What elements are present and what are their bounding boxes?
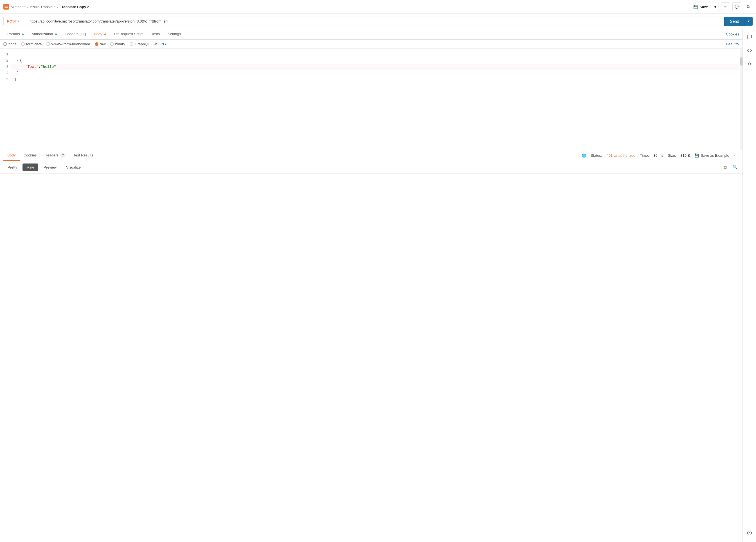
- search-response-button[interactable]: 🔍: [731, 163, 739, 171]
- save-label: Save: [699, 5, 708, 9]
- save-example-icon: 💾: [694, 153, 699, 157]
- globe-icon: 🌐: [582, 153, 586, 157]
- method-label: POST: [7, 19, 17, 23]
- line-numbers: 1 2 3 4 5: [0, 49, 11, 150]
- cookies-link[interactable]: Cookies: [726, 29, 739, 39]
- expand-icon[interactable]: ▾: [17, 58, 19, 64]
- top-bar: ≡≡ Microsoft / Azure Translate / Transla…: [0, 0, 756, 14]
- view-tab-visualize[interactable]: Visualize: [62, 163, 85, 171]
- breadcrumb-sep1: /: [27, 5, 28, 9]
- view-tab-raw[interactable]: Raw: [23, 163, 38, 171]
- svg-line-4: [751, 65, 751, 66]
- response-tabs-bar: Body Cookies Headers 7 Test Results: [0, 150, 743, 161]
- save-example-button[interactable]: 💾 Save as Example: [694, 153, 729, 157]
- response-tab-test-results[interactable]: Test Results: [69, 150, 97, 161]
- body-dot: [104, 33, 106, 35]
- status-code: 401 Unauthorized: [607, 153, 636, 157]
- raw-radio: [95, 42, 98, 46]
- response-section: Body Cookies Headers 7 Test Results: [0, 150, 743, 230]
- url-bar: POST ▾ Send ▾: [0, 14, 756, 29]
- scrollbar-thumb[interactable]: [740, 57, 743, 66]
- breadcrumb-collection[interactable]: Azure Translate: [30, 5, 55, 9]
- size-value: 316 B: [681, 153, 690, 157]
- method-chevron: ▾: [18, 20, 19, 23]
- response-tab-body[interactable]: Body: [3, 150, 20, 161]
- tab-authorization[interactable]: Authorization: [28, 29, 61, 39]
- code-content[interactable]: [ ▾ { "Text" : "hello" } ]: [11, 49, 743, 150]
- tab-prerequest[interactable]: Pre-request Script: [110, 29, 147, 39]
- scrollbar-track: [740, 49, 743, 150]
- json-label: JSON: [154, 42, 164, 46]
- urlencoded-radio: [46, 42, 50, 46]
- body-type-raw[interactable]: raw: [95, 42, 106, 46]
- svg-line-8: [751, 62, 751, 62]
- copy-response-button[interactable]: ⧉: [721, 163, 729, 171]
- save-example-label: Save as Example: [701, 153, 729, 157]
- body-type-urlencoded[interactable]: x-www-form-urlencoded: [46, 42, 90, 46]
- save-button[interactable]: 💾 Save: [689, 3, 712, 11]
- method-select[interactable]: POST ▾: [3, 17, 26, 26]
- none-radio: [3, 42, 7, 46]
- app-icon: ≡≡: [3, 4, 9, 10]
- right-sidebar: [743, 29, 756, 542]
- view-actions: ⧉ 🔍: [721, 163, 739, 171]
- code-line-3: "Text" : "hello": [11, 64, 743, 70]
- comment-icon-button[interactable]: 💬: [732, 2, 741, 11]
- sidebar-info-icon[interactable]: [745, 530, 754, 539]
- code-line-2: ▾ {: [11, 58, 743, 64]
- response-body-area: [0, 174, 743, 230]
- status-label: Status:: [591, 153, 602, 157]
- edit-icon-button[interactable]: ✏: [721, 2, 730, 11]
- binary-radio: [110, 42, 114, 46]
- auth-dot: [55, 33, 57, 35]
- body-type-none[interactable]: none: [3, 42, 17, 46]
- svg-point-0: [748, 63, 751, 65]
- response-tab-cookies[interactable]: Cookies: [20, 150, 41, 161]
- beautify-button[interactable]: Beautify: [726, 42, 739, 46]
- response-meta: 🌐 Status: 401 Unauthorized Time: 30 ms S…: [582, 153, 739, 158]
- code-line-4: }: [11, 70, 743, 76]
- tab-params[interactable]: Params: [3, 29, 28, 39]
- copy-icon-button[interactable]: ⧉: [744, 2, 753, 11]
- view-tab-pretty[interactable]: Pretty: [3, 163, 21, 171]
- breadcrumb-current: Translate Copy 2: [60, 5, 89, 9]
- body-type-graphql[interactable]: GraphQL: [130, 42, 150, 46]
- params-dot: [22, 33, 24, 35]
- breadcrumb-workspace[interactable]: Microsoft: [11, 5, 26, 9]
- top-actions: 💾 Save ▾ ✏ 💬 ⧉: [689, 2, 753, 11]
- tab-headers[interactable]: Headers (11): [61, 29, 90, 39]
- response-tab-headers[interactable]: Headers 7: [41, 150, 69, 161]
- send-button[interactable]: Send: [724, 17, 745, 26]
- json-select[interactable]: JSON ▾: [154, 42, 166, 46]
- size-label: Size:: [668, 153, 676, 157]
- save-button-group: 💾 Save ▾: [689, 3, 719, 11]
- send-dropdown-button[interactable]: ▾: [745, 17, 753, 26]
- code-editor: 1 2 3 4 5 [ ▾ { "Text" :: [0, 49, 743, 150]
- breadcrumb: ≡≡ Microsoft / Azure Translate / Transla…: [3, 4, 89, 10]
- time-label: Time:: [640, 153, 649, 157]
- url-input[interactable]: [26, 17, 724, 26]
- body-type-bar: none form-data x-www-form-urlencoded raw…: [0, 40, 743, 49]
- sidebar-lightbulb-icon[interactable]: [745, 59, 754, 68]
- tab-body[interactable]: Body: [90, 29, 110, 39]
- body-type-form-data[interactable]: form-data: [21, 42, 42, 46]
- json-chevron: ▾: [165, 42, 166, 46]
- send-button-group: Send ▾: [724, 17, 753, 26]
- tab-tests[interactable]: Tests: [147, 29, 164, 39]
- response-tabs-left: Body Cookies Headers 7 Test Results: [3, 150, 97, 161]
- sidebar-comments-icon[interactable]: [745, 32, 754, 41]
- tab-settings[interactable]: Settings: [164, 29, 185, 39]
- body-type-binary[interactable]: binary: [110, 42, 125, 46]
- save-dropdown-button[interactable]: ▾: [712, 3, 719, 11]
- breadcrumb-sep2: /: [57, 5, 58, 9]
- save-icon: 💾: [693, 5, 698, 9]
- view-tab-preview[interactable]: Preview: [39, 163, 61, 171]
- form-data-radio: [21, 42, 25, 46]
- sidebar-code-icon[interactable]: [745, 46, 754, 55]
- time-value: 30 ms: [653, 153, 663, 157]
- more-options-button[interactable]: ···: [734, 153, 739, 158]
- response-view-tabs: Pretty Raw Preview Visualize ⧉: [0, 161, 743, 174]
- view-tabs-left: Pretty Raw Preview Visualize: [3, 163, 85, 171]
- graphql-radio: [130, 42, 133, 46]
- code-line-1: [: [11, 51, 743, 58]
